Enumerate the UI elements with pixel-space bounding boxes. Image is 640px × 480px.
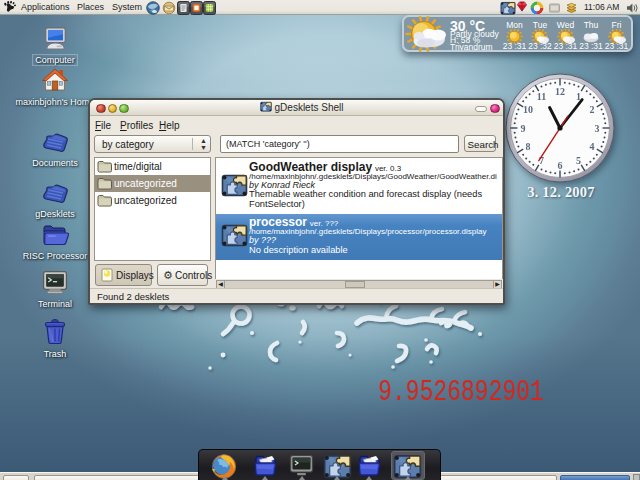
svg-text:10: 10 xyxy=(523,104,533,115)
svg-text:9: 9 xyxy=(521,123,526,134)
svg-text:3: 3 xyxy=(595,123,600,134)
svg-text:6: 6 xyxy=(558,160,563,171)
svg-text:8: 8 xyxy=(526,141,531,152)
svg-text:2: 2 xyxy=(590,104,595,115)
svg-text:5: 5 xyxy=(576,155,581,166)
svg-text:4: 4 xyxy=(590,141,595,152)
svg-text:11: 11 xyxy=(537,91,546,102)
svg-text:12: 12 xyxy=(555,86,565,97)
